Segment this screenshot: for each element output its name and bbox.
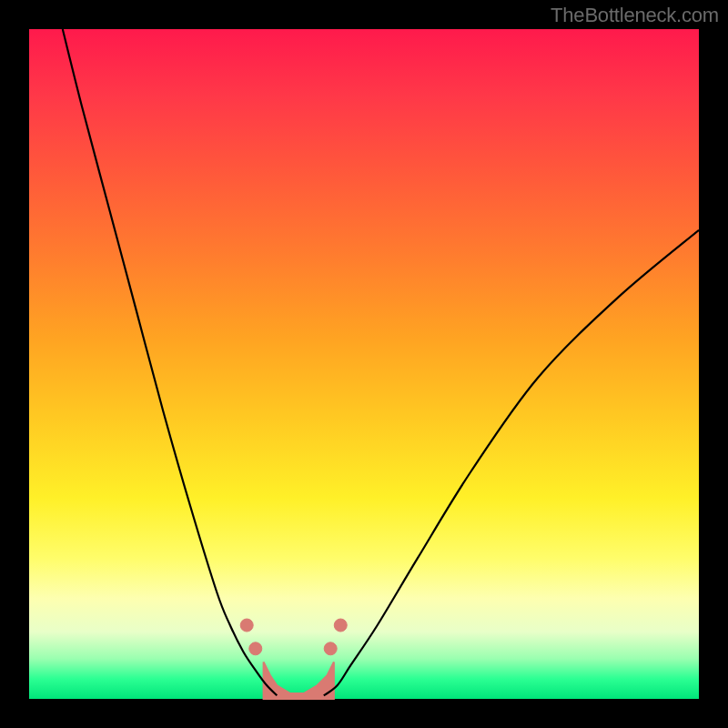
right-curve	[324, 230, 699, 696]
marker-group	[240, 619, 347, 655]
marker-dot-2	[324, 642, 337, 655]
marker-dot-1	[249, 642, 262, 655]
marker-dot-3	[334, 619, 347, 632]
left-curve	[63, 29, 278, 695]
marker-dot-0	[240, 619, 253, 632]
watermark-text: TheBottleneck.com	[551, 4, 719, 27]
curve-layer	[29, 29, 699, 699]
plot-area	[29, 29, 699, 699]
chart-stage: TheBottleneck.com	[0, 0, 728, 728]
